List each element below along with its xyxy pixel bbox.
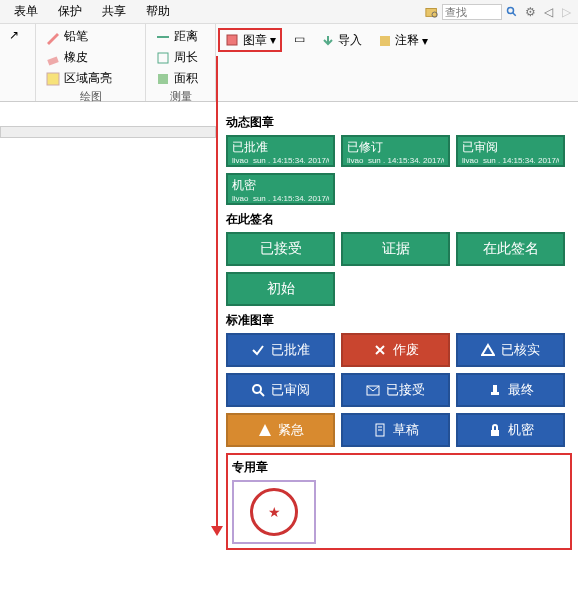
region-icon <box>45 71 61 87</box>
stamp-label: 紧急 <box>278 421 304 439</box>
rect-icon: ▭ <box>294 32 305 46</box>
stamp-label: 机密 <box>232 177 329 194</box>
tool-cursor[interactable]: ↗ <box>6 26 29 46</box>
pencil-label: 铅笔 <box>64 28 88 45</box>
area-label: 面积 <box>174 70 198 87</box>
search-input[interactable] <box>442 4 502 20</box>
tool-annotate[interactable]: 注释 ▾ <box>374 30 432 51</box>
distance-icon <box>155 29 171 45</box>
standard-stamp[interactable]: 已核实 <box>456 333 565 367</box>
tool-area[interactable]: 面积 <box>152 68 209 89</box>
svg-rect-9 <box>227 35 237 45</box>
gear-icon[interactable]: ⚙ <box>522 4 538 20</box>
stamp-icon <box>224 32 240 48</box>
standard-stamp[interactable]: 作废 <box>341 333 450 367</box>
region-label: 区域高亮 <box>64 70 112 87</box>
svg-rect-7 <box>158 53 168 63</box>
signature-stamp[interactable]: 已接受 <box>226 232 335 266</box>
dynamic-stamp[interactable]: 已批准liyao_sun , 14:15:34, 2017/06/21 <box>226 135 335 167</box>
perimeter-label: 周长 <box>174 49 198 66</box>
check-icon <box>251 343 265 357</box>
eraser-icon <box>45 50 61 66</box>
menu-help[interactable]: 帮助 <box>136 3 180 20</box>
dynamic-stamp[interactable]: 机密liyao_sun , 14:15:34, 2017/06/21 <box>226 173 335 205</box>
lock-icon <box>488 423 502 437</box>
tool-pencil[interactable]: 铅笔 <box>42 26 139 47</box>
nav-next-icon[interactable]: ▷ <box>558 4 574 20</box>
standard-stamp[interactable]: 机密 <box>456 413 565 447</box>
stamp-meta: liyao_sun , 14:15:34, 2017/06/21 <box>347 156 444 163</box>
menu-protect[interactable]: 保护 <box>48 3 92 20</box>
tool-perimeter[interactable]: 周长 <box>152 47 209 68</box>
distance-label: 距离 <box>174 28 198 45</box>
signature-stamp[interactable]: 证据 <box>341 232 450 266</box>
custom-seal-stamp[interactable] <box>232 480 316 544</box>
stamp-panel: 动态图章 已批准liyao_sun , 14:15:34, 2017/06/21… <box>216 102 578 606</box>
dynamic-stamps-title: 动态图章 <box>226 114 572 131</box>
standard-stamp[interactable]: 最终 <box>456 373 565 407</box>
standard-stamp[interactable]: 已审阅 <box>226 373 335 407</box>
stamp-meta: liyao_sun , 14:15:34, 2017/06/21 <box>232 194 329 201</box>
stamp-label: 图章 <box>243 32 267 49</box>
stamp-label: 最终 <box>508 381 534 399</box>
svg-line-12 <box>260 392 264 396</box>
note-icon <box>378 34 392 48</box>
stamp-meta: liyao_sun , 14:15:34, 2017/06/21 <box>462 156 559 163</box>
svg-rect-4 <box>47 56 58 65</box>
signature-title: 在此签名 <box>226 211 572 228</box>
stamp-label: 已审阅 <box>271 381 310 399</box>
stamp-label: 草稿 <box>393 421 419 439</box>
standard-stamp[interactable]: 已批准 <box>226 333 335 367</box>
annotate-label: 注释 <box>395 32 419 49</box>
stamp-label: 已修订 <box>347 139 444 156</box>
search-icon[interactable] <box>504 4 520 20</box>
stamp-meta: liyao_sun , 14:15:34, 2017/06/21 <box>232 156 329 163</box>
stamp-label: 已批准 <box>271 341 310 359</box>
pencil-icon <box>45 29 61 45</box>
menu-form[interactable]: 表单 <box>4 3 48 20</box>
tool-rect[interactable]: ▭ <box>290 30 309 48</box>
document-area <box>0 102 216 606</box>
cursor-icon: ↗ <box>9 28 25 44</box>
svg-point-2 <box>508 7 514 13</box>
stamp-label: 机密 <box>508 421 534 439</box>
stamp-icon <box>488 383 502 397</box>
tool-region-highlight[interactable]: 区域高亮 <box>42 68 139 89</box>
svg-point-11 <box>253 385 261 393</box>
menu-share[interactable]: 共享 <box>92 3 136 20</box>
nav-prev-icon[interactable]: ◁ <box>540 4 556 20</box>
svg-rect-8 <box>158 74 168 84</box>
svg-rect-10 <box>380 36 390 46</box>
stamp-dropdown[interactable]: 图章 ▾ <box>218 28 282 52</box>
stamp-label: 已核实 <box>501 341 540 359</box>
doc-icon <box>373 423 387 437</box>
warn-icon <box>258 423 272 437</box>
stamp-label: 已接受 <box>386 381 425 399</box>
standard-stamp[interactable]: 已接受 <box>341 373 450 407</box>
svg-rect-14 <box>491 392 499 395</box>
signature-stamp[interactable]: 初始 <box>226 272 335 306</box>
svg-rect-5 <box>47 73 59 85</box>
mail-icon <box>366 383 380 397</box>
import-label: 导入 <box>338 32 362 49</box>
search-icon <box>251 383 265 397</box>
dynamic-stamp[interactable]: 已审阅liyao_sun , 14:15:34, 2017/06/21 <box>456 135 565 167</box>
triangle-icon <box>481 343 495 357</box>
chevron-down-icon: ▾ <box>422 34 428 48</box>
tool-eraser[interactable]: 橡皮 <box>42 47 139 68</box>
custom-title: 专用章 <box>232 459 566 476</box>
eraser-label: 橡皮 <box>64 49 88 66</box>
svg-rect-15 <box>493 385 497 392</box>
signature-stamp[interactable]: 在此签名 <box>456 232 565 266</box>
standard-stamp[interactable]: 紧急 <box>226 413 335 447</box>
tool-distance[interactable]: 距离 <box>152 26 209 47</box>
seal-icon <box>250 488 298 536</box>
perimeter-icon <box>155 50 171 66</box>
tool-import[interactable]: 导入 <box>317 30 366 51</box>
standard-stamp[interactable]: 草稿 <box>341 413 450 447</box>
x-icon <box>373 343 387 357</box>
svg-line-3 <box>513 12 516 15</box>
import-icon <box>321 34 335 48</box>
chevron-down-icon: ▾ <box>270 33 276 47</box>
dynamic-stamp[interactable]: 已修订liyao_sun , 14:15:34, 2017/06/21 <box>341 135 450 167</box>
